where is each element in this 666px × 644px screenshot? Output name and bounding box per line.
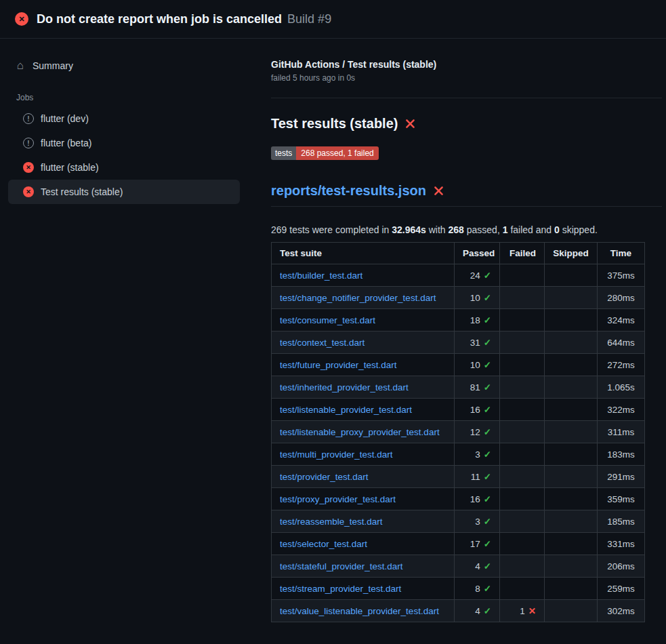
table-row: test/value_listenable_provider_test.dart…	[272, 600, 645, 622]
test-suite-link[interactable]: test/builder_test.dart	[280, 270, 446, 281]
sidebar-item-flutter-beta[interactable]: ! flutter (beta)	[8, 131, 240, 155]
table-row: test/listenable_provider_test.dart 16✓ 3…	[272, 399, 645, 421]
test-suite-link[interactable]: test/inherited_provider_test.dart	[280, 382, 446, 393]
test-suite-link[interactable]: test/future_provider_test.dart	[280, 360, 446, 370]
test-suite-link[interactable]: test/multi_provider_test.dart	[280, 449, 446, 460]
sidebar-item-test-results-stable[interactable]: ✕ Test results (stable)	[8, 180, 240, 204]
skipped-cell	[545, 555, 598, 578]
check-icon: ✓	[484, 338, 491, 348]
passed-cell: 10✓	[455, 354, 500, 376]
badge-label: tests	[271, 146, 296, 160]
passed-cell: 24✓	[455, 264, 500, 287]
skipped-cell	[545, 443, 598, 466]
breadcrumb: GitHub Actions / Test results (stable)	[271, 59, 644, 70]
skipped-cell	[545, 533, 598, 555]
failed-cell	[500, 443, 545, 466]
test-suite-link[interactable]: test/selector_test.dart	[280, 539, 446, 549]
check-icon: ✓	[484, 606, 491, 616]
test-suite-link[interactable]: test/context_test.dart	[280, 338, 446, 348]
failed-cell	[500, 309, 545, 331]
sidebar-jobs-list: ! flutter (dev) ! flutter (beta) ✕ flutt…	[8, 106, 240, 204]
check-icon: ✓	[484, 494, 491, 504]
sidebar-item-flutter-dev[interactable]: ! flutter (dev)	[8, 106, 240, 131]
skipped-cell	[545, 331, 598, 354]
passed-cell: 16✓	[455, 488, 500, 510]
run-meta: failed 5 hours ago in 0s	[271, 73, 644, 83]
test-suite-link[interactable]: test/stream_provider_test.dart	[280, 584, 446, 594]
col-skipped: Skipped	[545, 243, 598, 264]
passed-cell: 31✓	[455, 331, 500, 354]
failed-x-icon	[433, 185, 444, 197]
time-cell: 644ms	[598, 331, 645, 354]
passed-cell: 3✓	[455, 510, 500, 533]
time-cell: 280ms	[598, 287, 645, 309]
jobs-section-label: Jobs	[16, 93, 240, 102]
table-header-row: Test suite Passed Failed Skipped Time	[272, 243, 645, 264]
time-cell: 375ms	[598, 264, 645, 287]
failed-cell	[500, 533, 545, 555]
passed-cell: 4✓	[455, 555, 500, 578]
time-cell: 359ms	[598, 488, 645, 510]
test-suite-link[interactable]: test/listenable_proxy_provider_test.dart	[280, 427, 446, 437]
failed-cell	[500, 421, 545, 443]
x-circle-icon: ✕	[23, 186, 34, 197]
col-time: Time	[598, 243, 645, 264]
tests-badge: tests 268 passed, 1 failed	[271, 146, 379, 160]
failed-cell	[500, 578, 545, 600]
table-row: test/context_test.dart 31✓ 644ms	[272, 331, 645, 354]
time-cell: 185ms	[598, 510, 645, 533]
report-file-link[interactable]: reports/test-results.json	[271, 183, 426, 199]
test-results-table: Test suite Passed Failed Skipped Time te…	[271, 242, 645, 622]
sidebar-summary-label: Summary	[33, 60, 73, 71]
skipped-cell	[545, 510, 598, 533]
test-suite-link[interactable]: test/stateful_provider_test.dart	[280, 561, 446, 571]
sidebar-item-flutter-stable[interactable]: ✕ flutter (stable)	[8, 155, 240, 180]
summary-text: with	[426, 224, 449, 235]
skipped-cell	[545, 354, 598, 376]
table-row: test/change_notifier_provider_test.dart …	[272, 287, 645, 309]
summary-text: 269 tests were completed in	[271, 224, 392, 235]
section-title: Test results (stable)	[271, 116, 644, 132]
failed-cell	[500, 399, 545, 421]
test-table-body: test/builder_test.dart 24✓ 375ms test/ch…	[272, 264, 645, 622]
check-icon: ✓	[484, 405, 491, 415]
check-icon: ✓	[484, 270, 491, 281]
skipped-cell	[545, 488, 598, 510]
check-icon: ✓	[484, 561, 491, 571]
passed-cell: 81✓	[455, 376, 500, 399]
skipped-cell	[545, 466, 598, 488]
sidebar: ⌂ Summary Jobs ! flutter (dev) ! flutter…	[0, 39, 264, 218]
failed-cell	[500, 287, 545, 309]
test-suite-link[interactable]: test/value_listenable_provider_test.dart	[280, 606, 446, 616]
time-cell: 272ms	[598, 354, 645, 376]
test-suite-link[interactable]: test/consumer_test.dart	[280, 315, 446, 325]
test-suite-link[interactable]: test/provider_test.dart	[280, 472, 446, 482]
failed-cell	[500, 376, 545, 399]
summary-line: 269 tests were completed in 32.964s with…	[271, 224, 644, 235]
check-icon: ✓	[484, 427, 491, 437]
table-row: test/selector_test.dart 17✓ 331ms	[272, 533, 645, 555]
table-row: test/stateful_provider_test.dart 4✓ 206m…	[272, 555, 645, 578]
test-suite-link[interactable]: test/proxy_provider_test.dart	[280, 494, 446, 504]
report-heading: reports/test-results.json	[271, 183, 662, 207]
time-cell: 324ms	[598, 309, 645, 331]
time-cell: 302ms	[598, 600, 645, 622]
divider	[271, 98, 662, 98]
summary-skipped-count: 0	[554, 224, 560, 235]
build-title: Do not create report when job is cancell…	[37, 12, 282, 26]
test-suite-link[interactable]: test/reassemble_test.dart	[280, 517, 446, 527]
passed-cell: 3✓	[455, 443, 500, 466]
sidebar-item-summary[interactable]: ⌂ Summary	[8, 54, 240, 78]
test-suite-link[interactable]: test/listenable_provider_test.dart	[280, 405, 446, 415]
check-icon: ✓	[484, 382, 491, 393]
test-suite-link[interactable]: test/change_notifier_provider_test.dart	[280, 293, 446, 303]
check-icon: ✓	[484, 517, 491, 527]
check-icon: ✓	[484, 539, 491, 549]
skipped-cell	[545, 264, 598, 287]
passed-cell: 18✓	[455, 309, 500, 331]
badge-value: 268 passed, 1 failed	[296, 146, 378, 160]
alert-icon: !	[23, 138, 34, 148]
table-row: test/proxy_provider_test.dart 16✓ 359ms	[272, 488, 645, 510]
main-content: GitHub Actions / Test results (stable) f…	[264, 39, 666, 644]
failed-cell	[500, 466, 545, 488]
